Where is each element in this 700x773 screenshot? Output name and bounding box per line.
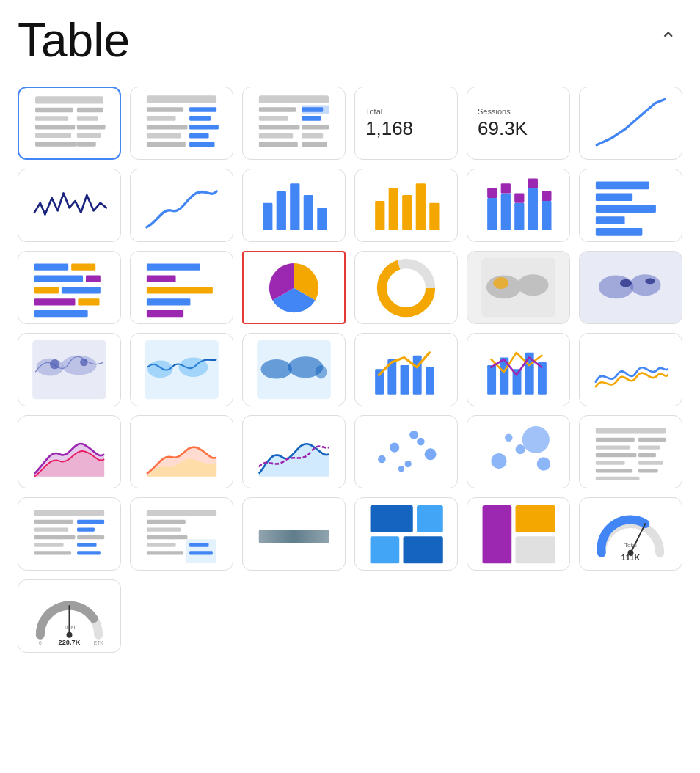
svg-rect-150 <box>189 552 213 555</box>
list-item[interactable] <box>467 497 570 571</box>
svg-rect-69 <box>147 276 176 282</box>
svg-point-116 <box>522 426 550 453</box>
svg-rect-26 <box>259 116 288 121</box>
svg-point-111 <box>425 449 437 461</box>
svg-rect-19 <box>189 133 208 139</box>
svg-rect-119 <box>596 428 666 434</box>
list-item[interactable] <box>579 415 682 488</box>
chart-grid: Total 1,168 Sessions 69.3K <box>18 87 682 653</box>
list-item[interactable] <box>354 497 458 571</box>
svg-rect-53 <box>542 191 551 201</box>
list-item[interactable] <box>242 87 346 160</box>
svg-rect-55 <box>596 194 632 202</box>
svg-rect-30 <box>259 133 293 139</box>
svg-point-92 <box>179 358 208 377</box>
svg-rect-10 <box>77 142 96 147</box>
svg-rect-2 <box>77 108 103 112</box>
metric-label: Total <box>365 107 382 116</box>
svg-rect-72 <box>147 310 183 317</box>
svg-point-78 <box>517 275 548 296</box>
svg-rect-61 <box>34 276 83 282</box>
list-item[interactable] <box>354 333 458 406</box>
svg-rect-50 <box>528 188 538 230</box>
svg-point-96 <box>316 365 327 379</box>
list-item[interactable] <box>18 169 121 242</box>
list-item[interactable] <box>130 251 233 324</box>
list-item[interactable] <box>579 251 682 324</box>
list-item[interactable] <box>242 497 346 571</box>
svg-rect-135 <box>77 528 95 532</box>
svg-rect-52 <box>542 201 551 230</box>
svg-rect-128 <box>596 469 632 473</box>
svg-rect-129 <box>638 469 657 473</box>
list-item[interactable] <box>242 251 346 324</box>
svg-rect-132 <box>34 520 73 524</box>
svg-point-114 <box>491 453 506 469</box>
svg-rect-39 <box>375 201 384 230</box>
svg-point-89 <box>80 359 88 367</box>
list-item[interactable] <box>467 251 570 324</box>
svg-rect-152 <box>259 530 329 543</box>
svg-rect-7 <box>35 133 71 138</box>
list-item[interactable] <box>18 87 121 160</box>
svg-rect-71 <box>147 299 191 306</box>
list-item[interactable] <box>130 87 233 160</box>
svg-rect-64 <box>62 287 101 294</box>
collapse-button[interactable]: ⌃ <box>654 22 682 58</box>
svg-text:0: 0 <box>39 640 42 645</box>
svg-rect-41 <box>402 195 412 230</box>
list-item[interactable] <box>130 497 233 571</box>
list-item[interactable] <box>18 251 121 324</box>
list-item[interactable] <box>242 169 346 242</box>
list-item[interactable] <box>354 169 458 242</box>
svg-point-118 <box>537 458 551 472</box>
metric-value: 1,168 <box>365 117 413 140</box>
list-item[interactable] <box>242 333 346 406</box>
svg-rect-14 <box>147 116 176 121</box>
list-item[interactable] <box>354 415 458 488</box>
svg-point-75 <box>392 274 421 303</box>
list-item[interactable]: Total 1,168 <box>354 87 458 160</box>
svg-rect-102 <box>487 365 496 395</box>
svg-rect-65 <box>34 299 76 306</box>
svg-point-117 <box>505 434 513 442</box>
list-item[interactable] <box>579 87 682 160</box>
list-item[interactable] <box>467 169 570 242</box>
svg-rect-15 <box>189 116 211 121</box>
svg-rect-31 <box>302 133 323 139</box>
list-item[interactable] <box>18 333 121 406</box>
metric-label: Sessions <box>478 107 511 116</box>
list-item[interactable] <box>467 333 570 406</box>
svg-rect-125 <box>638 453 656 457</box>
svg-rect-46 <box>501 194 511 230</box>
svg-rect-126 <box>596 461 625 465</box>
svg-rect-141 <box>77 552 101 555</box>
svg-rect-144 <box>147 528 181 532</box>
list-item[interactable]: Sessions 69.3K <box>467 87 570 160</box>
svg-rect-37 <box>304 195 313 230</box>
list-item[interactable]: Total 220.7K 0 ETK <box>18 579 121 653</box>
list-item[interactable] <box>579 169 682 242</box>
list-item[interactable]: Total 111K <box>579 497 682 571</box>
svg-rect-1 <box>35 108 73 112</box>
list-item[interactable] <box>130 169 233 242</box>
svg-rect-5 <box>35 125 75 129</box>
list-item[interactable] <box>579 333 682 406</box>
list-item[interactable] <box>18 415 121 488</box>
list-item[interactable] <box>354 251 458 324</box>
list-item[interactable] <box>18 497 121 571</box>
list-item[interactable] <box>130 415 233 488</box>
svg-point-109 <box>405 461 412 467</box>
svg-rect-101 <box>426 367 434 395</box>
svg-text:Total: Total <box>624 542 637 549</box>
svg-rect-120 <box>596 438 635 442</box>
svg-rect-38 <box>317 208 327 230</box>
list-item[interactable] <box>467 415 570 488</box>
svg-rect-66 <box>78 299 99 306</box>
svg-rect-56 <box>596 205 656 213</box>
svg-rect-25 <box>302 108 323 113</box>
list-item[interactable] <box>130 333 233 406</box>
list-item[interactable] <box>242 415 346 488</box>
svg-text:220.7K: 220.7K <box>59 639 81 646</box>
svg-point-94 <box>261 359 292 378</box>
